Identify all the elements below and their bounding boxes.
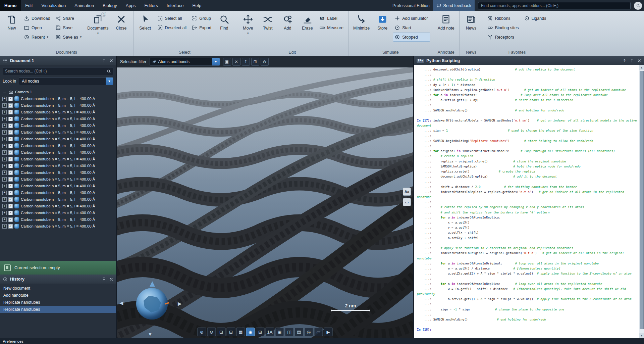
- visibility-checkbox[interactable]: ✓: [8, 197, 13, 202]
- console-output[interactable]: ...: document.addChild(replica) # add th…: [414, 65, 639, 338]
- look-in-caret-icon[interactable]: ▼: [106, 78, 113, 85]
- visibility-checkbox[interactable]: ✓: [8, 164, 13, 168]
- expand-icon[interactable]: +: [2, 191, 7, 195]
- navigation-gizmo[interactable]: [136, 283, 170, 321]
- tree-item-nanotube[interactable]: + ✓ Carbon nanotube n = 5, m = 5, l = 40…: [0, 115, 116, 122]
- menu-apps[interactable]: Apps: [121, 0, 140, 11]
- expand-icon[interactable]: +: [2, 130, 7, 135]
- frame-selection-button[interactable]: ◫: [285, 328, 294, 336]
- zoom-to-selection-button[interactable]: ⊙: [261, 58, 269, 66]
- news-button[interactable]: News: [462, 13, 480, 49]
- save-as-button[interactable]: Save as ▾: [54, 33, 84, 41]
- visibility-checkbox[interactable]: ✓: [8, 170, 13, 175]
- expand-icon[interactable]: +: [2, 97, 7, 101]
- measure-tool-button[interactable]: ▭: [403, 198, 411, 206]
- tree-item-nanotube[interactable]: + ✓ Carbon nanotube n = 5, m = 5, l = 40…: [0, 129, 116, 136]
- select-button[interactable]: Select: [136, 13, 154, 49]
- visibility-checkbox[interactable]: ✓: [8, 224, 13, 229]
- add-note-button[interactable]: Add note: [436, 13, 457, 49]
- visibility-checkbox[interactable]: ✓: [8, 144, 13, 148]
- history-item[interactable]: New document: [0, 285, 116, 292]
- deselect-all-button[interactable]: Deselect all: [156, 23, 189, 32]
- select-all-button[interactable]: Select all: [156, 14, 189, 22]
- zoom-out-button[interactable]: ⊖: [207, 328, 216, 336]
- tree-item-nanotube[interactable]: + ✓ Carbon nanotube n = 5, m = 5, l = 40…: [0, 203, 116, 209]
- expand-selection-button[interactable]: ⊞: [251, 58, 259, 66]
- node-tree[interactable]: ─ Camera 1 + ✓ Carbon nanotube n = 5, m …: [0, 88, 116, 261]
- visibility-checkbox[interactable]: ✓: [8, 130, 13, 135]
- tree-item-nanotube[interactable]: + ✓ Carbon nanotube n = 5, m = 5, l = 40…: [0, 102, 116, 109]
- tree-item-nanotube[interactable]: + ✓ Carbon nanotube n = 5, m = 5, l = 40…: [0, 142, 116, 149]
- selection-filter-dropdown[interactable]: Atoms and bonds ▼: [150, 58, 220, 66]
- python-console[interactable]: ...: document.addChild(replica) # add th…: [414, 65, 644, 338]
- expand-icon[interactable]: +: [2, 137, 7, 141]
- expand-icon[interactable]: +: [2, 144, 7, 148]
- expand-icon[interactable]: +: [2, 117, 7, 121]
- visibility-checkbox[interactable]: ✓: [8, 110, 13, 114]
- expand-icon[interactable]: +: [2, 103, 7, 108]
- visibility-button[interactable]: ◎: [305, 328, 313, 336]
- rotate-right-arrow-icon[interactable]: ▶: [178, 301, 182, 307]
- scrollbar-track[interactable]: [639, 70, 644, 333]
- reset-scale-button[interactable]: 1A: [266, 328, 274, 336]
- twist-button[interactable]: Twist: [259, 13, 277, 49]
- layers-button[interactable]: ▤: [295, 328, 304, 336]
- open-button[interactable]: Open: [22, 23, 52, 32]
- menu-help[interactable]: Help: [188, 0, 206, 11]
- command-search-input[interactable]: [478, 2, 631, 9]
- visibility-checkbox[interactable]: ✓: [8, 124, 13, 128]
- rotate-left-arrow-icon[interactable]: ◀: [119, 300, 123, 306]
- expand-icon[interactable]: +: [2, 124, 7, 128]
- visibility-checkbox[interactable]: ✓: [8, 177, 13, 182]
- tree-item-nanotube[interactable]: + ✓ Carbon nanotube n = 5, m = 5, l = 40…: [0, 183, 116, 189]
- save-button[interactable]: Save: [54, 23, 84, 32]
- tree-item-nanotube[interactable]: + ✓ Carbon nanotube n = 5, m = 5, l = 40…: [0, 109, 116, 115]
- label-tool-button[interactable]: Aa: [403, 188, 411, 196]
- close-button[interactable]: Close: [112, 13, 130, 49]
- binding-sites-button[interactable]: Binding sites: [486, 23, 521, 32]
- visibility-checkbox[interactable]: ✓: [8, 117, 13, 121]
- label-button[interactable]: Label: [318, 14, 345, 22]
- snapshot-button[interactable]: ▦: [236, 328, 245, 336]
- send-feedback-button[interactable]: Send feedback: [433, 0, 475, 11]
- history-item[interactable]: Add nanotube: [0, 292, 116, 299]
- visibility-checkbox[interactable]: ✓: [8, 97, 13, 101]
- measure-button[interactable]: Measure: [318, 23, 345, 32]
- python-close-icon[interactable]: [637, 58, 641, 63]
- history-close-icon[interactable]: [109, 277, 113, 281]
- history-item[interactable]: Replicate nanotubes: [0, 299, 116, 306]
- expand-icon[interactable]: +: [2, 150, 7, 155]
- tree-item-nanotube[interactable]: + ✓ Carbon nanotube n = 5, m = 5, l = 40…: [0, 196, 116, 203]
- close-panel-icon[interactable]: [109, 58, 113, 63]
- expand-icon[interactable]: +: [2, 177, 7, 182]
- add-button[interactable]: Add: [278, 13, 297, 49]
- scroll-up-icon[interactable]: ▲: [639, 65, 644, 70]
- tree-item-nanotube[interactable]: + ✓ Carbon nanotube n = 5, m = 5, l = 40…: [0, 223, 116, 230]
- viewport-3d[interactable]: Selection filter Atoms and bonds ▼ ▣✕↥⊞⊙: [117, 56, 413, 338]
- expand-icon[interactable]: +: [2, 157, 7, 161]
- expand-icon[interactable]: +: [2, 110, 7, 114]
- python-pin-icon[interactable]: [630, 58, 634, 63]
- new-button[interactable]: New: [3, 13, 21, 49]
- scroll-down-icon[interactable]: ▼: [639, 333, 644, 338]
- expand-icon[interactable]: +: [2, 184, 7, 188]
- visibility-checkbox[interactable]: ✓: [8, 184, 13, 188]
- move-button[interactable]: Move ▾: [239, 13, 257, 49]
- add-simulator-button[interactable]: Add simulator: [393, 14, 430, 22]
- menu-biology[interactable]: Biology: [98, 0, 121, 11]
- history-list[interactable]: New documentAdd nanotubeReplicate nanotu…: [0, 284, 116, 314]
- share-button[interactable]: Share: [54, 14, 84, 22]
- menu-visualization[interactable]: Visualization: [37, 0, 70, 11]
- scrollbar-thumb[interactable]: [640, 71, 644, 329]
- visibility-checkbox[interactable]: ✓: [8, 217, 13, 222]
- orbit-sphere-button[interactable]: ◉: [246, 328, 255, 336]
- invert-selection-button[interactable]: ↥: [242, 58, 250, 66]
- receptors-button[interactable]: Receptors: [486, 33, 521, 41]
- tree-item-nanotube[interactable]: + ✓ Carbon nanotube n = 5, m = 5, l = 40…: [0, 209, 116, 216]
- expand-icon[interactable]: +: [2, 224, 7, 229]
- visibility-checkbox[interactable]: ✓: [8, 211, 13, 215]
- global-search-button[interactable]: [634, 2, 642, 10]
- expand-icon[interactable]: +: [2, 211, 7, 215]
- tree-item-camera[interactable]: ─ Camera 1: [0, 89, 116, 95]
- tree-item-nanotube[interactable]: + ✓ Carbon nanotube n = 5, m = 5, l = 40…: [0, 176, 116, 183]
